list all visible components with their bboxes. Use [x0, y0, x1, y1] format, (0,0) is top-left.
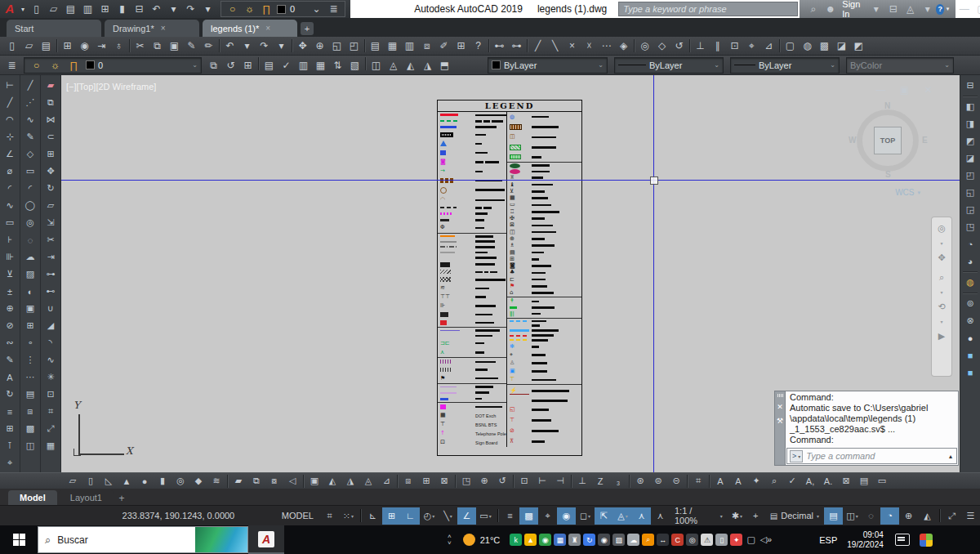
reassociate-dimension-icon[interactable]: ⌖	[1, 454, 19, 471]
dimension-constraint-icon[interactable]: ⊞	[1, 420, 19, 437]
find-replace-icon[interactable]: ⌕	[765, 474, 783, 489]
redo-list-arrow-icon[interactable]: ▾	[273, 38, 290, 54]
clean-screen-toggle[interactable]: ⤢	[942, 507, 961, 525]
3d-rotate-icon[interactable]: ⊞	[417, 474, 435, 489]
isolate-objects-toggle[interactable]: ◌	[862, 507, 880, 525]
hatch-icon[interactable]: ▨	[21, 266, 39, 283]
rectangle-icon[interactable]: ▭	[21, 163, 39, 180]
taskbar-search-input[interactable]: ⌕ Buscar	[38, 526, 248, 553]
fillet-icon[interactable]: ◝	[42, 334, 60, 351]
vp-restore-button-icon[interactable]: ▣	[896, 82, 913, 98]
baseline-dimension-icon[interactable]: ▭	[1, 214, 19, 231]
mtext-icon[interactable]: A	[711, 474, 729, 489]
ortho-mode-toggle[interactable]: ∟	[401, 507, 420, 525]
layer-unisolate-icon[interactable]: ▦	[312, 57, 329, 74]
trim-icon[interactable]: ✂	[42, 231, 60, 248]
color-combo[interactable]: ByLayer ⌄	[488, 57, 608, 74]
navigation-wheel-icon[interactable]: ◎	[933, 221, 950, 235]
text-scale-icon[interactable]: A,	[801, 474, 819, 489]
dimension-inspect-icon[interactable]: ⊘	[1, 317, 19, 334]
command-line-toggle-icon[interactable]: ▭	[873, 474, 891, 489]
view-back-tool-icon[interactable]: ⊜	[649, 474, 667, 489]
tab-legends[interactable]: legends (1)*×	[203, 20, 297, 37]
arc-length-dimension-icon[interactable]: ◠	[1, 111, 19, 128]
ordinate-dimension-icon[interactable]: ⊹	[1, 128, 19, 145]
annotation-scale-button[interactable]: 1:1 / 100%▾	[670, 507, 728, 525]
qat-open-icon[interactable]: ▱	[45, 1, 62, 17]
hatch-tool-icon[interactable]: ▩	[816, 38, 833, 54]
tool-palettes-icon[interactable]: ▥	[401, 38, 418, 54]
sun-icon-icon[interactable]: ☼	[241, 1, 258, 17]
layer-previous-icon[interactable]: ↺	[222, 57, 239, 74]
tray-volume-icon[interactable]: ◁»	[760, 534, 772, 546]
object-snap-toggle[interactable]: ▭▾	[476, 507, 495, 525]
jogged-dimension-icon[interactable]: ∿	[1, 197, 19, 214]
tray-device-icon[interactable]: ▯	[715, 534, 728, 546]
command-prompt-icon[interactable]: >▾	[790, 450, 803, 462]
annotation-warning-toggle[interactable]: ◭	[918, 507, 937, 525]
revolve-icon[interactable]: ◭	[323, 474, 341, 489]
text-style-icon[interactable]: ✦	[747, 474, 765, 489]
view-front-icon[interactable]: ◰	[961, 167, 979, 184]
table-icon[interactable]: ⊞	[21, 317, 39, 334]
wedge-primitive-icon[interactable]: ◺	[100, 474, 118, 489]
ucs-z-axis-icon[interactable]: Z	[591, 474, 609, 489]
pyramid-primitive-icon[interactable]: ◆	[189, 474, 207, 489]
cmd-customize-button-icon[interactable]: ⚒	[776, 416, 785, 425]
qat-plot-icon[interactable]: ⊞	[96, 1, 114, 17]
weather-widget[interactable]: 21°C	[463, 534, 501, 546]
text-justify-icon[interactable]: A.	[819, 474, 837, 489]
dimension-edit-icon[interactable]: ✎	[1, 351, 19, 369]
qat-mobile-share-icon[interactable]: ▮	[114, 1, 131, 17]
snap-to-center-icon[interactable]: ◎	[636, 38, 653, 54]
snap-mode-toggle[interactable]: ⁙▾	[339, 507, 358, 525]
dimension-style-icon[interactable]: ≡	[1, 403, 19, 420]
arc-icon[interactable]: ◜	[21, 180, 39, 197]
open-file-icon[interactable]: ▱	[20, 38, 38, 54]
isometric-drafting-toggle[interactable]: ╲▾	[439, 507, 457, 525]
tray-corel-icon[interactable]: C	[671, 534, 684, 546]
linetype-combo[interactable]: ByLayer ⌄	[614, 57, 724, 74]
chevron-down-icon[interactable]: ⌄	[714, 61, 719, 69]
chamfer-icon[interactable]: ◢	[42, 317, 60, 334]
workspace-gear-toggle[interactable]: ✱▾	[728, 507, 746, 525]
layer-translator-icon[interactable]: ⊞	[239, 57, 256, 74]
boundary-tool-icon[interactable]: ◩	[850, 38, 867, 54]
quick-properties-toggle[interactable]: ▤	[824, 507, 843, 525]
taskbar-scroll-arrows[interactable]: ˄ ˅	[448, 534, 452, 547]
infer-constraints-toggle[interactable]: ⊾	[363, 507, 382, 525]
make-block-icon[interactable]: ▤	[21, 386, 39, 403]
tab-drawing1[interactable]: Drawing1*×	[105, 20, 199, 37]
lightbulb-icon-icon[interactable]: ○	[224, 1, 241, 17]
section-plane-icon[interactable]: ⊿	[377, 474, 395, 489]
redo-icon[interactable]: ↷	[256, 38, 273, 54]
command-input[interactable]: >▾ Type a command ▴	[786, 448, 957, 464]
zoom-realtime-icon[interactable]: ⊕	[311, 38, 328, 54]
view-left-icon[interactable]: ◩	[961, 132, 979, 150]
cone-primitive-icon[interactable]: ▲	[118, 474, 136, 489]
tray-record-icon[interactable]: ◎	[686, 534, 698, 546]
drawing-canvas[interactable]: [−][Top][2D Wireframe] —▣✕ N W E S TOP W…	[61, 75, 960, 472]
visual-style-hidden-icon[interactable]: ⊗	[961, 312, 979, 329]
center-mark-icon[interactable]: ⊕	[1, 300, 19, 317]
qat-undo-arrow-icon[interactable]: ▾	[165, 1, 182, 17]
spell-check-icon[interactable]: ✓	[783, 474, 801, 489]
layer-walk-icon[interactable]: ◫	[368, 57, 385, 74]
temporary-track-point-icon[interactable]: ⊷	[491, 38, 508, 54]
dimension-update-icon[interactable]: ↻	[1, 386, 19, 403]
lock-icon-icon[interactable]: ∏	[258, 1, 275, 17]
edit-polyline-icon[interactable]: ⊡	[42, 386, 60, 403]
tray-antivirus-icon[interactable]: k	[510, 534, 522, 546]
diameter-dimension-icon[interactable]: ⌀	[1, 163, 19, 180]
tab-layout1[interactable]: Layout1	[59, 490, 114, 505]
properties-palette-icon[interactable]: ▤	[367, 38, 384, 54]
revision-cloud-icon[interactable]: ☁	[21, 248, 39, 266]
designcenter-icon[interactable]: ▦	[384, 38, 401, 54]
snap-to-perpendicular-icon[interactable]: ⊥	[692, 38, 709, 54]
layer-merge-icon[interactable]: ◮	[419, 57, 436, 74]
wcs-dropdown[interactable]: WCS ▾	[895, 188, 920, 197]
orbit-tool-icon[interactable]: ⟲	[933, 299, 950, 314]
layer-states-icon[interactable]: ⧉	[205, 57, 222, 74]
units-button[interactable]: ▤ Decimal▾	[765, 507, 824, 525]
a360-menu-arrow-icon[interactable]: ▾	[919, 1, 936, 17]
